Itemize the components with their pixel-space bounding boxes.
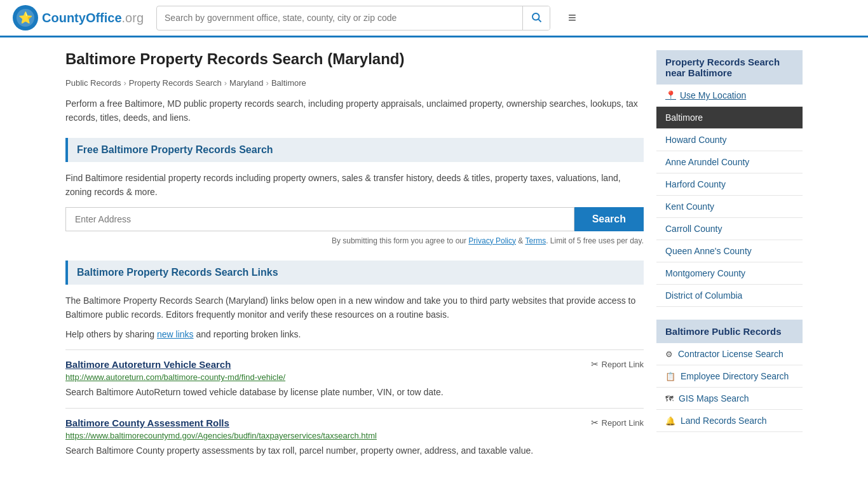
terms-link[interactable]: Terms bbox=[525, 236, 546, 245]
links-section-heading: Baltimore Property Records Search Links bbox=[65, 261, 644, 285]
global-search-bar[interactable] bbox=[156, 6, 550, 30]
link-desc-assessment: Search Baltimore County property assessm… bbox=[65, 444, 644, 458]
free-search-heading: Free Baltimore Property Records Search bbox=[65, 138, 644, 162]
logo-icon: ⭐ bbox=[13, 5, 38, 30]
global-search-button[interactable] bbox=[522, 6, 550, 30]
logo-text: CountyOffice.org bbox=[42, 11, 144, 25]
report-icon-2: ✂ bbox=[591, 417, 599, 428]
sidebar-item-kent-county[interactable]: Kent County bbox=[656, 196, 803, 218]
public-records-item-employee[interactable]: 📋 Employee Directory Search bbox=[656, 365, 803, 388]
link-desc-autoreturn: Search Baltimore AutoReturn towed vehicl… bbox=[65, 386, 644, 399]
sidebar-item-howard-county[interactable]: Howard County bbox=[656, 129, 803, 151]
address-search-form: Search By submitting this form you agree… bbox=[65, 207, 644, 245]
location-pin-icon: 📍 bbox=[665, 90, 676, 100]
svg-text:⭐: ⭐ bbox=[18, 11, 33, 25]
page-title: Baltimore Property Records Search (Maryl… bbox=[65, 50, 644, 68]
sidebar-item-queen-annes-county[interactable]: Queen Anne's County bbox=[656, 240, 803, 262]
search-icon bbox=[531, 11, 542, 23]
menu-button[interactable]: ≡ bbox=[568, 10, 576, 26]
gear-icon: ⚙ bbox=[665, 349, 673, 359]
directory-icon: 📋 bbox=[665, 372, 675, 381]
svg-point-3 bbox=[532, 13, 539, 20]
content-area: Baltimore Property Records Search (Maryl… bbox=[65, 50, 644, 482]
page-description: Perform a free Baltimore, MD public prop… bbox=[65, 97, 644, 125]
report-link-button-autoreturn[interactable]: ✂ Report Link bbox=[591, 359, 644, 369]
links-intro-text: The Baltimore Property Records Search (M… bbox=[65, 294, 644, 322]
main-container: Baltimore Property Records Search (Maryl… bbox=[53, 37, 815, 488]
sidebar: Property Records Search near Baltimore 📍… bbox=[656, 50, 803, 482]
address-search-button[interactable]: Search bbox=[574, 207, 644, 231]
new-links-link[interactable]: new links bbox=[157, 329, 194, 339]
global-search-input[interactable] bbox=[157, 8, 522, 28]
link-card-autoreturn: Baltimore Autoreturn Vehicle Search ✂ Re… bbox=[65, 349, 644, 408]
public-records-section: Baltimore Public Records ⚙ Contractor Li… bbox=[656, 320, 803, 432]
link-url-autoreturn[interactable]: http://www.autoreturn.com/baltimore-coun… bbox=[65, 372, 644, 382]
sidebar-item-montgomery-county[interactable]: Montgomery County bbox=[656, 262, 803, 285]
public-records-item-land[interactable]: 🔔 Land Records Search bbox=[656, 410, 803, 432]
map-icon: 🗺 bbox=[665, 394, 674, 403]
links-section: Baltimore Property Records Search Links … bbox=[65, 261, 644, 467]
sidebar-item-carroll-county[interactable]: Carroll County bbox=[656, 218, 803, 240]
public-records-heading: Baltimore Public Records bbox=[656, 320, 803, 343]
form-disclaimer: By submitting this form you agree to our… bbox=[65, 236, 644, 245]
breadcrumb-property-records-search[interactable]: Property Records Search bbox=[129, 78, 222, 88]
svg-line-4 bbox=[538, 19, 541, 22]
logo: ⭐ CountyOffice.org bbox=[13, 5, 144, 30]
help-text: Help others by sharing new links and rep… bbox=[65, 329, 644, 339]
privacy-policy-link[interactable]: Privacy Policy bbox=[468, 236, 516, 245]
bell-icon: 🔔 bbox=[665, 416, 675, 426]
sidebar-item-district-of-columbia[interactable]: District of Columbia bbox=[656, 285, 803, 307]
report-icon: ✂ bbox=[591, 359, 599, 369]
nearby-section-heading: Property Records Search near Baltimore bbox=[656, 50, 803, 85]
sidebar-item-anne-arundel[interactable]: Anne Arundel County bbox=[656, 151, 803, 173]
free-search-text: Find Baltimore residential property reco… bbox=[65, 171, 644, 200]
breadcrumb-maryland[interactable]: Maryland bbox=[229, 78, 263, 88]
free-search-section: Free Baltimore Property Records Search F… bbox=[65, 138, 644, 245]
link-card-title-assessment[interactable]: Baltimore County Assessment Rolls bbox=[65, 417, 229, 428]
link-url-assessment[interactable]: https://www.baltimorecountymd.gov/Agenci… bbox=[65, 431, 644, 440]
breadcrumb: Public Records › Property Records Search… bbox=[65, 78, 644, 88]
link-card-title-autoreturn[interactable]: Baltimore Autoreturn Vehicle Search bbox=[65, 359, 231, 370]
nearby-section: Property Records Search near Baltimore 📍… bbox=[656, 50, 803, 307]
report-link-button-assessment[interactable]: ✂ Report Link bbox=[591, 417, 644, 428]
breadcrumb-baltimore[interactable]: Baltimore bbox=[271, 78, 306, 88]
public-records-item-contractor[interactable]: ⚙ Contractor License Search bbox=[656, 343, 803, 365]
public-records-item-gis[interactable]: 🗺 GIS Maps Search bbox=[656, 388, 803, 410]
search-form-row: Search bbox=[65, 207, 644, 231]
sidebar-item-harford-county[interactable]: Harford County bbox=[656, 173, 803, 196]
header: ⭐ CountyOffice.org ≡ bbox=[0, 0, 868, 37]
use-location-button[interactable]: 📍 Use My Location bbox=[656, 85, 803, 107]
sidebar-item-baltimore[interactable]: Baltimore bbox=[656, 107, 803, 129]
address-input[interactable] bbox=[65, 207, 574, 231]
link-card-assessment: Baltimore County Assessment Rolls ✂ Repo… bbox=[65, 408, 644, 466]
breadcrumb-public-records[interactable]: Public Records bbox=[65, 78, 121, 88]
